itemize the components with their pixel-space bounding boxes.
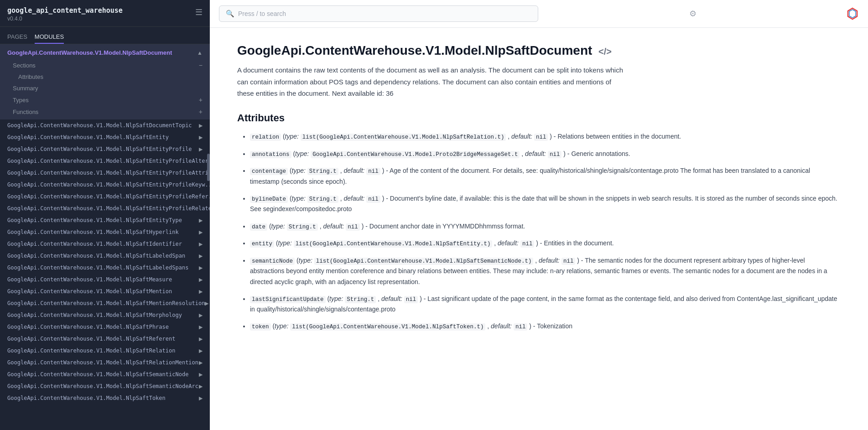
chevron-right-icon: ▶ [199, 123, 203, 129]
sidebar-module-item[interactable]: GoogleApi.ContentWarehouse.V1.Model.NlpS… [0, 262, 210, 274]
attr-default: nil [404, 296, 418, 303]
attr-type: list(GoogleApi.ContentWarehouse.V1.Model… [290, 323, 485, 331]
attr-type-label: type: [292, 195, 306, 202]
section-attributes[interactable]: Attributes [0, 71, 210, 83]
sidebar-module-item[interactable]: GoogleApi.ContentWarehouse.V1.Model.NlpS… [0, 250, 210, 262]
sidebar-module-item[interactable]: GoogleApi.ContentWarehouse.V1.Model.NlpS… [0, 345, 210, 357]
main-content: 🔍 Press / to search ⚙ GoogleApi.ContentW… [210, 0, 868, 430]
section-summary[interactable]: Summary [0, 83, 210, 94]
module-item-label: GoogleApi.ContentWarehouse.V1.Model.NlpS… [7, 134, 169, 140]
search-bar[interactable]: 🔍 Press / to search [219, 5, 538, 22]
attr-default-label: default: [344, 195, 365, 202]
module-item-label: GoogleApi.ContentWarehouse.V1.Model.NlpS… [7, 371, 188, 378]
attr-default-label: default: [525, 150, 546, 157]
sidebar-module-item[interactable]: GoogleApi.ContentWarehouse.V1.Model.NlpS… [0, 191, 210, 202]
scrollbar-thumb[interactable] [207, 154, 210, 181]
section-attributes-label: Attributes [18, 73, 43, 80]
sidebar-module-item[interactable]: GoogleApi.ContentWarehouse.V1.Model.NlpS… [0, 333, 210, 345]
active-module-chevron-up: ▲ [197, 50, 203, 56]
attribute-item: contentage (type: String.t , default: ni… [250, 166, 841, 187]
attr-type-label: type: [295, 150, 309, 157]
attribute-item: relation (type: list(GoogleApi.ContentWa… [250, 131, 841, 142]
attr-default-label: default: [381, 295, 402, 302]
attribute-item: entity (type: list(GoogleApi.ContentWare… [250, 238, 841, 249]
module-item-label: GoogleApi.ContentWarehouse.V1.Model.NlpS… [7, 383, 198, 389]
sidebar-module-item[interactable]: GoogleApi.ContentWarehouse.V1.Model.NlpS… [0, 357, 210, 368]
active-module-section: GoogleApi.ContentWarehouse.V1.Model.NlpS… [0, 44, 210, 119]
sidebar-module-item[interactable]: GoogleApi.ContentWarehouse.V1.Model.NlpS… [0, 167, 210, 179]
attr-name: contentage [250, 168, 288, 175]
sidebar-module-item[interactable]: GoogleApi.ContentWarehouse.V1.Model.NlpS… [0, 285, 210, 297]
chevron-right-icon: ▶ [199, 383, 203, 389]
settings-icon[interactable]: ⚙ [689, 9, 696, 19]
sidebar-module-item[interactable]: GoogleApi.ContentWarehouse.V1.Model.NlpS… [0, 119, 210, 131]
attr-type: list(GoogleApi.ContentWarehouse.V1.Model… [301, 134, 506, 141]
sidebar-module-item[interactable]: GoogleApi.ContentWarehouse.V1.Model.NlpS… [0, 143, 210, 155]
svg-marker-1 [849, 10, 856, 18]
attr-default-label: default: [511, 133, 532, 140]
sidebar-module-item[interactable]: GoogleApi.ContentWarehouse.V1.Model.NlpS… [0, 368, 210, 380]
attr-name: relation [250, 134, 281, 141]
chevron-right-icon: ▶ [199, 360, 203, 366]
sidebar-module-item[interactable]: GoogleApi.ContentWarehouse.V1.Model.NlpS… [0, 309, 210, 321]
chevron-right-icon: ▶ [199, 312, 203, 318]
attributes-heading: Attributes [237, 112, 841, 124]
chevron-right-icon: ▶ [199, 289, 203, 295]
sidebar-module-item[interactable]: GoogleApi.ContentWarehouse.V1.Model.NlpS… [0, 131, 210, 143]
sidebar-module-item[interactable]: GoogleApi.ContentWarehouse.V1.Model.NlpS… [0, 297, 210, 309]
chevron-right-icon: ▶ [199, 336, 203, 342]
module-item-label: GoogleApi.ContentWarehouse.V1.Model.NlpS… [7, 336, 175, 342]
sidebar-module-item[interactable]: GoogleApi.ContentWarehouse.V1.Model.NlpS… [0, 155, 210, 167]
attr-default: nil [366, 196, 380, 203]
attribute-item: date (type: String.t , default: nil ) - … [250, 221, 841, 232]
search-icon: 🔍 [226, 10, 234, 18]
module-item-label: GoogleApi.ContentWarehouse.V1.Model.NlpS… [7, 217, 182, 223]
sidebar: google_api_content_warehouse v0.4.0 ☰ PA… [0, 0, 210, 430]
module-item-label: GoogleApi.ContentWarehouse.V1.Model.NlpS… [7, 324, 169, 330]
section-types-icon: + [199, 96, 203, 104]
module-item-label: GoogleApi.ContentWarehouse.V1.Model.NlpS… [7, 193, 210, 200]
attr-type: list(GoogleApi.ContentWarehouse.V1.Model… [294, 240, 493, 248]
chevron-right-icon: ▶ [199, 324, 203, 330]
module-item-label: GoogleApi.ContentWarehouse.V1.Model.NlpS… [7, 312, 182, 318]
sidebar-module-item[interactable]: GoogleApi.ContentWarehouse.V1.Model.NlpS… [0, 202, 210, 214]
attr-default-label: default: [323, 223, 344, 230]
attr-type-label: type: [292, 167, 306, 174]
attribute-item: annotations (type: GoogleApi.ContentWare… [250, 149, 841, 160]
module-item-label: GoogleApi.ContentWarehouse.V1.Model.NlpS… [7, 359, 198, 366]
module-item-label: GoogleApi.ContentWarehouse.V1.Model.NlpS… [7, 122, 192, 129]
sidebar-module-item[interactable]: GoogleApi.ContentWarehouse.V1.Model.NlpS… [0, 226, 210, 238]
sidebar-module-item[interactable]: GoogleApi.ContentWarehouse.V1.Model.NlpS… [0, 179, 210, 191]
section-functions[interactable]: Functions + [0, 106, 210, 118]
attr-type: list(GoogleApi.ContentWarehouse.V1.Model… [314, 258, 534, 265]
sidebar-module-item[interactable]: GoogleApi.ContentWarehouse.V1.Model.NlpS… [0, 274, 210, 285]
attr-type-label: type: [329, 295, 343, 302]
attr-type: String.t [287, 223, 318, 231]
module-item-label: GoogleApi.ContentWarehouse.V1.Model.NlpS… [7, 264, 188, 271]
chevron-right-icon: ▶ [199, 146, 203, 152]
attr-default: nil [520, 240, 535, 248]
attribute-item: lastSignificantUpdate (type: String.t , … [250, 294, 841, 315]
sidebar-module-item[interactable]: GoogleApi.ContentWarehouse.V1.Model.NlpS… [0, 238, 210, 250]
module-item-label: GoogleApi.ContentWarehouse.V1.Model.NlpS… [7, 395, 166, 401]
module-list: GoogleApi.ContentWarehouse.V1.Model.NlpS… [0, 119, 210, 404]
active-module-header[interactable]: GoogleApi.ContentWarehouse.V1.Model.NlpS… [0, 46, 210, 59]
sidebar-module-item[interactable]: GoogleApi.ContentWarehouse.V1.Model.NlpS… [0, 214, 210, 226]
sidebar-module-item[interactable]: GoogleApi.ContentWarehouse.V1.Model.NlpS… [0, 392, 210, 404]
tab-modules[interactable]: MODULES [35, 31, 64, 44]
sidebar-module-item[interactable]: GoogleApi.ContentWarehouse.V1.Model.NlpS… [0, 380, 210, 392]
sidebar-module-item[interactable]: GoogleApi.ContentWarehouse.V1.Model.NlpS… [0, 321, 210, 333]
attr-type: String.t [307, 168, 338, 175]
hamburger-icon[interactable]: ☰ [195, 7, 203, 17]
active-module-name: GoogleApi.ContentWarehouse.V1.Model.NlpS… [7, 49, 172, 56]
attr-name: entity [250, 240, 274, 248]
sidebar-content: GoogleApi.ContentWarehouse.V1.Model.NlpS… [0, 44, 210, 430]
tab-pages[interactable]: PAGES [7, 31, 27, 44]
module-item-label: GoogleApi.ContentWarehouse.V1.Model.NlpS… [7, 158, 210, 164]
section-types[interactable]: Types + [0, 94, 210, 106]
page-title: GoogleApi.ContentWarehouse.V1.Model.NlpS… [237, 42, 841, 59]
topbar: 🔍 Press / to search ⚙ [210, 0, 868, 28]
section-sections[interactable]: Sections − [0, 59, 210, 71]
page-description: A document contains the raw text content… [237, 64, 629, 99]
attr-default: nil [346, 223, 360, 231]
